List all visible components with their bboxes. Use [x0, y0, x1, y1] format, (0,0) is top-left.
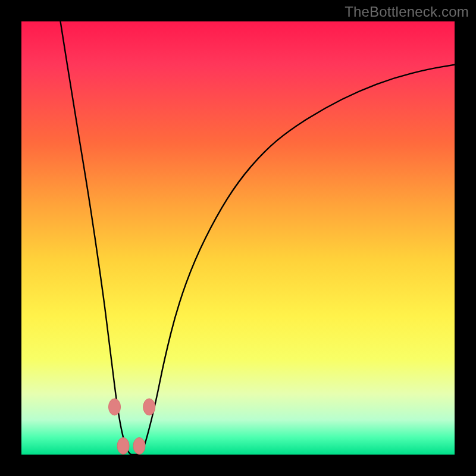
plot-area: [21, 21, 455, 455]
chart-stage: TheBottleneck.com: [0, 0, 476, 476]
curve-markers: [109, 399, 155, 455]
curve-marker: [117, 437, 129, 454]
bottleneck-plot: [21, 21, 455, 455]
curve-marker: [133, 437, 145, 454]
curve-marker: [143, 399, 155, 415]
curve-marker: [109, 399, 121, 415]
watermark-text: TheBottleneck.com: [345, 4, 469, 20]
bottleneck-curve: [61, 21, 455, 455]
